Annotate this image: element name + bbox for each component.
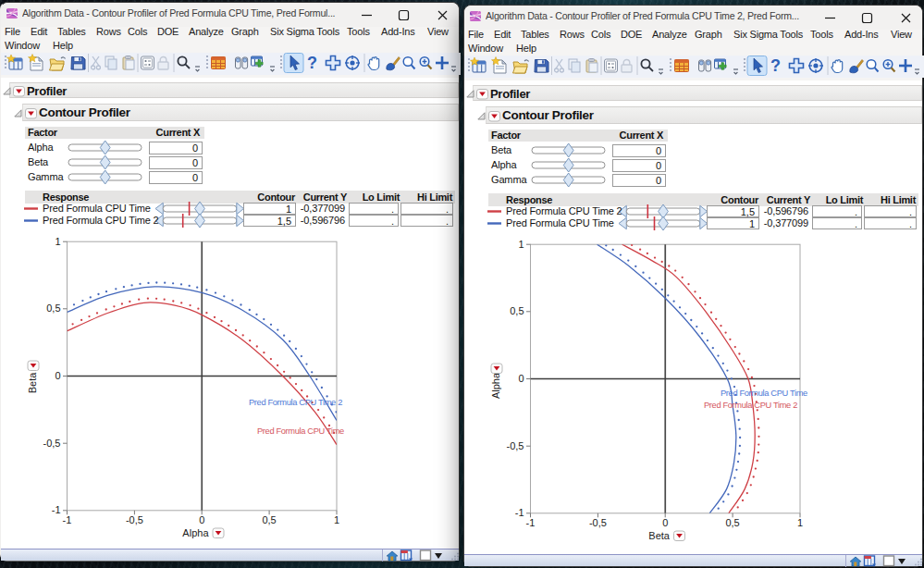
svg-text:Pred Formula CPU Time 2: Pred Formula CPU Time 2 — [704, 401, 797, 410]
svg-text:0: 0 — [518, 373, 524, 384]
svg-text:-0,5: -0,5 — [589, 517, 607, 528]
svg-text:-1: -1 — [515, 507, 524, 518]
svg-text:Beta: Beta — [27, 372, 38, 394]
svg-text:0: 0 — [662, 517, 668, 528]
svg-text:0,5: 0,5 — [262, 514, 276, 525]
svg-text:1: 1 — [518, 239, 524, 250]
svg-text:Beta: Beta — [648, 530, 671, 541]
svg-text:Alpha: Alpha — [490, 372, 501, 399]
svg-text:Pred Formula CPU Time 2: Pred Formula CPU Time 2 — [249, 398, 342, 407]
svg-text:-0,5: -0,5 — [43, 438, 61, 449]
svg-text:1: 1 — [334, 514, 339, 525]
svg-text:Pred Formula CPU Time: Pred Formula CPU Time — [257, 426, 344, 436]
svg-text:0,5: 0,5 — [510, 305, 524, 316]
svg-text:1: 1 — [55, 236, 60, 247]
svg-text:1: 1 — [797, 517, 803, 528]
svg-text:0,5: 0,5 — [725, 517, 739, 528]
svg-text:?: ? — [307, 54, 317, 72]
svg-text:0,5: 0,5 — [46, 303, 60, 314]
svg-text:-1: -1 — [63, 514, 72, 525]
svg-text:Alpha: Alpha — [182, 527, 209, 538]
svg-text:Pred Formula CPU Time: Pred Formula CPU Time — [721, 389, 807, 398]
svg-text:-0,5: -0,5 — [507, 440, 524, 451]
svg-text:0: 0 — [55, 370, 60, 381]
svg-text:-1: -1 — [526, 517, 536, 528]
svg-text:?: ? — [770, 56, 781, 75]
svg-text:0: 0 — [199, 514, 204, 525]
svg-text:-1: -1 — [52, 504, 61, 515]
svg-text:-0,5: -0,5 — [126, 514, 143, 525]
